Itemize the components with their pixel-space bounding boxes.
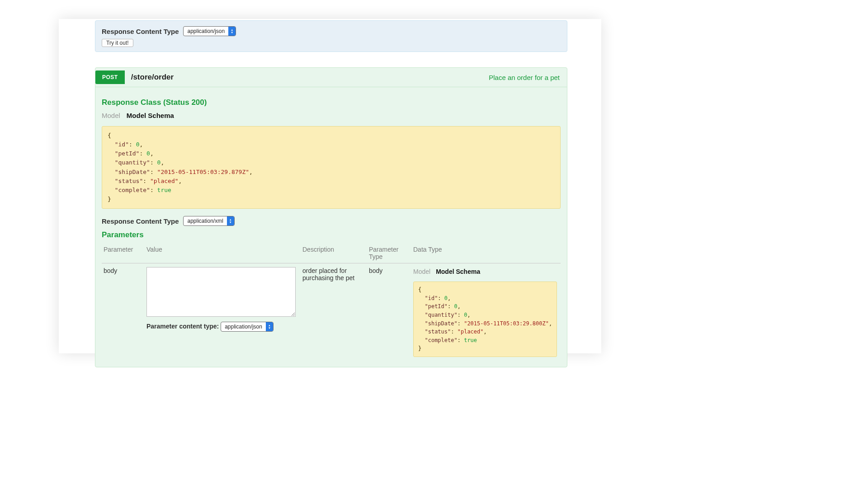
select-arrows-icon: ▲▼ [228, 27, 236, 36]
prev-op-footer: Response Content Type application/json ▲… [95, 20, 567, 52]
hdr-data-type: Data Type [413, 246, 559, 260]
response-schema-box[interactable]: { "id": 0, "petId": 0, "quantity": 0, "s… [102, 126, 561, 209]
select-value: application/json [221, 322, 266, 331]
viewport: Response Content Type application/json ▲… [0, 0, 868, 488]
operation-path: /store/order [131, 73, 489, 82]
operation-body: Response Class (Status 200) Model Model … [95, 87, 567, 367]
main-content: Response Content Type application/json ▲… [95, 20, 567, 367]
response-content-type-label: Response Content Type [102, 217, 179, 225]
operation-panel: POST /store/order Place an order for a p… [95, 67, 567, 367]
try-it-out-button[interactable]: Try it out! [102, 39, 133, 47]
response-content-type-select[interactable]: application/json ▲▼ [183, 26, 236, 36]
data-type-schema-box[interactable]: { "id": 0, "petId": 0, "quantity": 0, "s… [413, 282, 557, 357]
param-header-row: Parameter Value Description Parameter Ty… [102, 243, 561, 263]
response-content-type-select[interactable]: application/xml ▲▼ [183, 216, 234, 226]
param-content-type-label: Parameter content type: [146, 323, 219, 330]
hdr-parameter-type: Parameter Type [369, 246, 413, 260]
response-tabs: Model Model Schema [102, 111, 561, 120]
body-textarea[interactable] [146, 267, 296, 317]
response-class-title: Response Class (Status 200) [102, 98, 561, 107]
select-value: application/json [184, 27, 228, 36]
param-content-type-row: Parameter content type: application/json… [146, 322, 298, 332]
table-row: body Parameter content type: application… [102, 263, 561, 362]
tab-model[interactable]: Model [102, 111, 120, 120]
data-type-tabs: Model Model Schema [413, 267, 557, 276]
parameters-title: Parameters [102, 230, 561, 239]
select-arrows-icon: ▲▼ [266, 322, 273, 331]
response-content-type-row: Response Content Type application/xml ▲▼ [102, 216, 561, 226]
hdr-value: Value [146, 246, 302, 260]
response-content-type-label: Response Content Type [102, 28, 179, 35]
select-arrows-icon: ▲▼ [227, 216, 234, 225]
tab-model-schema[interactable]: Model Schema [436, 267, 480, 276]
tab-model[interactable]: Model [413, 267, 430, 276]
select-value: application/xml [184, 216, 226, 225]
hdr-description: Description [302, 246, 369, 260]
tab-model-schema[interactable]: Model Schema [127, 111, 174, 120]
hdr-parameter: Parameter [104, 246, 146, 260]
param-content-type-select[interactable]: application/json ▲▼ [221, 322, 274, 332]
operation-summary: Place an order for a pet [489, 74, 562, 81]
param-value-cell: Parameter content type: application/json… [146, 267, 302, 332]
param-description: order placed for purchasing the pet [302, 267, 369, 282]
operation-header[interactable]: POST /store/order Place an order for a p… [95, 68, 567, 87]
param-type: body [369, 267, 413, 274]
param-name: body [104, 267, 146, 274]
param-data-type-cell: Model Model Schema { "id": 0, "petId": 0… [413, 267, 561, 362]
method-badge: POST [95, 70, 125, 84]
